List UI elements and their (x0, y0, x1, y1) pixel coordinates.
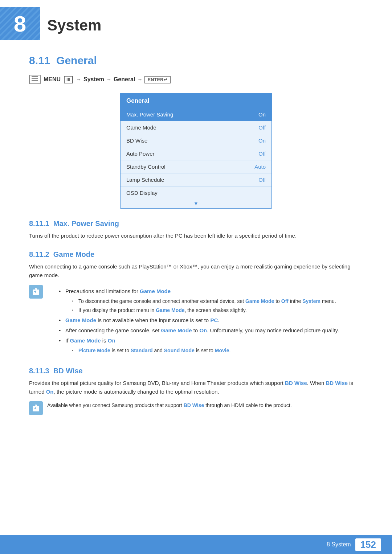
footer-system-label: 8 System (327, 541, 351, 548)
subsection-heading-8-11-2: 8.11.2 Game Mode (29, 250, 363, 259)
list-item: Picture Mode is set to Standard and Soun… (72, 346, 339, 354)
chapter-number: 8 (14, 11, 26, 37)
menu-item-label: BD Wise (126, 138, 147, 144)
game-mode-note-block: Precautions and limitations for Game Mod… (29, 285, 363, 357)
chapter-title: System (47, 13, 101, 34)
bd-wise-note-text: Available when you connect Samsung produ… (47, 401, 292, 409)
breadcrumb-menu-label: MENU (44, 76, 61, 83)
subsection-heading-8-11-1: 8.11.1 Max. Power Saving (29, 219, 363, 228)
menu-item-label: OSD Display (126, 190, 158, 196)
page-header: 8 System (0, 0, 392, 44)
chapter-badge: 8 (0, 7, 40, 40)
scroll-indicator: ▼ (121, 199, 271, 208)
menu-icon (29, 75, 41, 84)
bd-wise-note-block: Available when you connect Samsung produ… (29, 401, 363, 415)
menu-item-lamp-schedule[interactable]: Lamp Schedule Off (121, 173, 271, 186)
section-heading: 8.11 General (29, 54, 363, 67)
menu-item-value: Off (258, 151, 266, 157)
menu-item-bd-wise[interactable]: BD Wise On (121, 134, 271, 147)
body-text-8-11-2: When connecting to a game console such a… (29, 262, 363, 280)
menu-item-game-mode[interactable]: Game Mode Off (121, 121, 271, 134)
general-menu-box: General Max. Power Saving On Game Mode O… (120, 93, 272, 209)
breadcrumb-arrow-3: → (137, 77, 142, 82)
list-item: Precautions and limitations for Game Mod… (59, 287, 339, 315)
body-text-8-11-1: Turns off the product to reduce power co… (29, 231, 363, 240)
list-item: If you display the product menu in Game … (72, 306, 339, 314)
svg-rect-2 (32, 80, 38, 81)
breadcrumb-arrow-2: → (106, 77, 111, 82)
menu-item-label: Standby Control (126, 164, 166, 170)
menu-item-value: Off (258, 124, 266, 131)
menu-item-label: Lamp Schedule (126, 177, 164, 183)
menu-item-osd-display[interactable]: OSD Display (121, 186, 271, 199)
bullet-list-game-mode: Precautions and limitations for Game Mod… (59, 287, 339, 354)
menu-box-title: General (121, 94, 271, 108)
game-mode-bullets-container: Precautions and limitations for Game Mod… (48, 285, 339, 357)
menu-item-label: Auto Power (126, 151, 155, 157)
menu-item-value: On (258, 138, 266, 144)
breadcrumb: MENU III → System → General → ENTER↵ (29, 75, 363, 84)
footer-page-number: 152 (355, 538, 381, 551)
breadcrumb-enter-icon: ENTER↵ (144, 76, 170, 83)
list-item: Game Mode is not available when the inpu… (59, 316, 339, 325)
note-icon-bd-wise (29, 401, 43, 415)
breadcrumb-system: System (83, 76, 104, 83)
menu-item-auto-power[interactable]: Auto Power Off (121, 147, 271, 160)
svg-rect-0 (32, 76, 38, 77)
note-icon (29, 285, 43, 299)
main-content: 8.11 General MENU III → System → General… (0, 44, 392, 448)
menu-item-label: Game Mode (126, 124, 156, 131)
page-footer: 8 System 152 (0, 535, 392, 554)
list-item: After connecting the game console, set G… (59, 326, 339, 335)
breadcrumb-arrow-1: → (76, 77, 81, 82)
breadcrumb-menu-icon-box: III (64, 76, 73, 83)
menu-item-value: On (258, 111, 266, 118)
breadcrumb-general: General (114, 76, 135, 83)
subsection-heading-8-11-3: 8.11.3 BD Wise (29, 367, 363, 375)
svg-rect-1 (32, 78, 38, 79)
menu-item-label: Max. Power Saving (126, 111, 173, 118)
list-item: To disconnect the game console and conne… (72, 297, 339, 305)
list-item: If Game Mode is On Picture Mode is set t… (59, 336, 339, 354)
body-text-8-11-3: Provides the optimal picture quality for… (29, 379, 363, 396)
menu-item-value: Auto (254, 164, 266, 170)
menu-item-value: Off (258, 177, 266, 183)
menu-item-max-power-saving[interactable]: Max. Power Saving On (121, 108, 271, 121)
menu-item-standby-control[interactable]: Standby Control Auto (121, 160, 271, 173)
sub-bullet-list: To disconnect the game console and conne… (72, 297, 339, 315)
sub-bullet-list: Picture Mode is set to Standard and Soun… (72, 346, 339, 354)
